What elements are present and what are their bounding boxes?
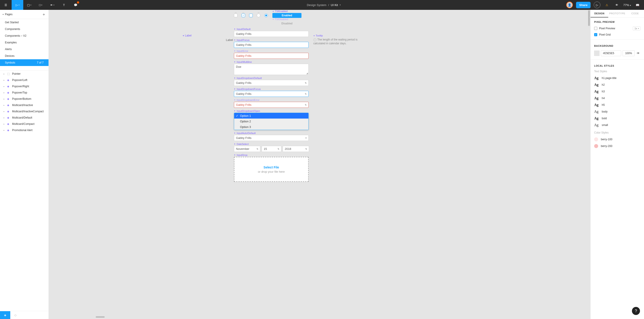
toggle-disabled: Disabled xyxy=(272,21,302,26)
chevron-down-icon: ▾ xyxy=(3,14,4,16)
chevron-down-icon[interactable]: ▾ xyxy=(340,4,341,6)
sort-icon: ⇅ xyxy=(278,148,279,150)
date-month[interactable]: November⇅ xyxy=(234,146,260,152)
tab-code[interactable]: CODE xyxy=(626,10,644,17)
checkbox-pixel-grid[interactable]: ✓ xyxy=(594,33,597,36)
add-page-button[interactable]: ＋ xyxy=(42,12,46,17)
layer-list: ▸⬚Pointer▸◈Popover/Left▸◈Popover/Right▸◈… xyxy=(0,71,48,311)
canvas[interactable]: Label Label Tooltip iThe length of the w… xyxy=(49,10,590,319)
date-year[interactable]: 2018⇅ xyxy=(283,146,309,152)
text-style-4[interactable]: Agh5 xyxy=(590,102,644,108)
text-style-7[interactable]: Agsmall xyxy=(590,122,644,128)
option-3[interactable]: Option 3 xyxy=(234,124,308,130)
breadcrumb-file[interactable]: UI Kit xyxy=(331,3,338,7)
menu-button[interactable]: ☰ xyxy=(0,0,12,10)
present-icon[interactable]: ▷ xyxy=(594,2,600,8)
assets-tab[interactable]: ◇ xyxy=(10,311,20,319)
input-multiline[interactable]: Doe xyxy=(234,64,308,75)
component-icon: ◈ xyxy=(7,110,10,113)
autocomplete-default[interactable]: Gabby Frills▾ xyxy=(234,135,308,141)
page-item-4[interactable]: Alerts xyxy=(0,46,48,53)
avatar[interactable]: 👤 xyxy=(566,2,573,8)
checkbox-checked[interactable]: ✓ xyxy=(242,14,245,17)
layer-item-0[interactable]: ▸⬚Pointer xyxy=(0,71,48,77)
background-opacity-input[interactable]: 100% xyxy=(622,50,634,56)
vertical-scrollbar[interactable] xyxy=(588,10,590,26)
input-focus[interactable]: Gabby Frills xyxy=(234,42,308,48)
radio-checked[interactable] xyxy=(264,14,268,17)
tab-design[interactable]: DESIGN xyxy=(590,10,608,18)
info-icon: i xyxy=(313,38,316,41)
date-select: November⇅ 15⇅ 2018⇅ xyxy=(234,146,382,152)
file-dropzone[interactable]: Select File or drop your file here xyxy=(234,157,308,182)
horizontal-scrollbar[interactable] xyxy=(96,316,105,318)
checkbox-unchecked[interactable] xyxy=(234,14,238,17)
frame-tool[interactable]: ▢▾ xyxy=(23,0,35,10)
option-1[interactable]: Option 1 xyxy=(234,113,308,119)
comment-tool[interactable]: 💬 xyxy=(70,0,82,10)
page-item-1[interactable]: Components xyxy=(0,26,48,33)
layer-item-3[interactable]: ▸◈Popover/Top xyxy=(0,90,48,96)
breadcrumb-project[interactable]: Design System xyxy=(307,3,326,7)
move-tool[interactable]: ▷▾ xyxy=(12,0,23,10)
component-icon: ◈ xyxy=(7,116,10,119)
page-item-5[interactable]: Devices xyxy=(0,53,48,59)
layer-item-6[interactable]: ▸◈Multicard/InactiveCompact xyxy=(0,108,48,115)
top-toolbar: ☰ ▷▾ ▢▾ □▾ ✒▾ T 💬 Design System / UI Kit… xyxy=(0,0,644,10)
checkbox-pixel-preview[interactable] xyxy=(594,27,597,30)
zoom-display[interactable]: 77% ▾ xyxy=(623,3,631,7)
dropdown-focus[interactable]: Gabby Frills⇅ xyxy=(234,91,308,97)
layer-item-9[interactable]: ▸◈Promotional Alert xyxy=(0,127,48,133)
share-button[interactable]: Share xyxy=(576,2,590,8)
page-item-0[interactable]: Get Started xyxy=(0,19,48,26)
dropdown-default[interactable]: Gabby Frills⇅ xyxy=(234,80,308,86)
checkbox-outlined[interactable] xyxy=(249,14,253,17)
option-2[interactable]: Option 2 xyxy=(234,119,308,124)
color-style-1[interactable]: berry-200 xyxy=(590,143,644,149)
tab-prototype[interactable]: PROTOTYPE xyxy=(608,10,626,17)
text-style-3[interactable]: Agh4 xyxy=(590,95,644,102)
breadcrumb[interactable]: Design System / UI Kit ▾ xyxy=(82,0,566,10)
warning-icon[interactable]: ⚠ xyxy=(604,2,610,8)
text-style-5[interactable]: Agbody xyxy=(590,108,644,115)
dropdown-error[interactable]: Gabby Frills⇅ xyxy=(234,102,308,108)
date-day[interactable]: 15⇅ xyxy=(262,146,281,152)
color-style-0[interactable]: berry-100 xyxy=(590,136,644,143)
page-item-2[interactable]: Components – V2 xyxy=(0,33,48,39)
dropdown-open[interactable]: Option 1 Option 2 Option 3 xyxy=(234,113,308,130)
toggle-enabled[interactable]: Enabled xyxy=(272,13,302,18)
shape-tool[interactable]: □▾ xyxy=(35,0,46,10)
background-swatch[interactable] xyxy=(594,51,600,56)
text-style-1[interactable]: Agh2 xyxy=(590,81,644,88)
pen-tool[interactable]: ✒▾ xyxy=(46,0,58,10)
layer-item-1[interactable]: ▸◈Popover/Left xyxy=(0,77,48,83)
page-item-3[interactable]: Examples xyxy=(0,39,48,46)
page-item-6[interactable]: Symbols7 of 7 xyxy=(0,59,48,66)
layer-item-8[interactable]: ▸◈Multicard/Compact xyxy=(0,121,48,127)
component-icon: ◈ xyxy=(7,129,10,132)
sort-icon: ⇅ xyxy=(305,82,306,84)
layers-tab[interactable]: ◈ xyxy=(0,311,10,319)
background-hex-input[interactable]: #E5E5E5 xyxy=(601,50,621,56)
view-icon[interactable]: 👁 xyxy=(613,2,620,8)
pixel-scale-select[interactable]: 1x▾ xyxy=(633,27,640,31)
layer-item-5[interactable]: ▸◈Multicard/Inactive xyxy=(0,102,48,108)
component-icon: ◈ xyxy=(7,85,10,88)
input-error[interactable]: Gabby Frills xyxy=(234,53,308,59)
layer-item-4[interactable]: ▸◈Popover/Bottom xyxy=(0,96,48,102)
toolbar-right: 👤 Share ▷ ⚠ 👁 77% ▾ 📖 xyxy=(566,0,644,10)
text-style-0[interactable]: Agh1.page-title xyxy=(590,75,644,81)
input-default[interactable]: Gabby Frills xyxy=(234,31,308,37)
help-button[interactable]: ? xyxy=(632,307,640,315)
radio-unchecked[interactable] xyxy=(257,14,260,17)
text-style-6[interactable]: Agbold xyxy=(590,115,644,122)
pages-header[interactable]: ▾ Pages ＋ xyxy=(0,10,48,19)
text-style-2[interactable]: Agh3 xyxy=(590,88,644,95)
visibility-toggle-icon[interactable]: 👁 xyxy=(636,52,640,55)
library-icon[interactable]: 📖 xyxy=(634,2,641,8)
layer-item-7[interactable]: ▸◈Multicard/Default xyxy=(0,115,48,121)
component-icon: ◈ xyxy=(7,79,10,82)
text-tool[interactable]: T xyxy=(58,0,70,10)
background-section: BACKGROUND xyxy=(590,41,644,49)
layer-item-2[interactable]: ▸◈Popover/Right xyxy=(0,83,48,90)
